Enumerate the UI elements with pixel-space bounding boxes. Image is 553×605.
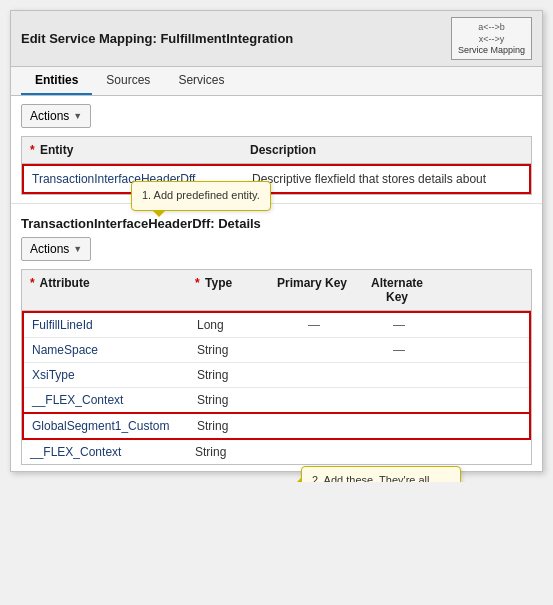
tab-bar: Entities Sources Services [11,67,542,96]
pk-flex-context-2 [267,447,357,457]
details-row-5[interactable]: __FLEX_Context String [22,440,531,464]
attr-flex-context-2: __FLEX_Context [22,440,187,464]
pk-fulfilllineid: — [269,313,359,337]
entity-table-row[interactable]: TransactionInterfaceHeaderDff Descriptiv… [22,164,531,194]
details-row-1[interactable]: NameSpace String — [24,338,529,363]
tab-sources[interactable]: Sources [92,67,164,95]
details-section: TransactionInterfaceHeaderDff: Details A… [11,203,542,471]
callout-1: 1. Add predefined entity. [131,181,271,210]
entities-actions-button[interactable]: Actions ▼ [21,104,91,128]
tab-services[interactable]: Services [164,67,238,95]
type-column-header: * Type [187,270,267,310]
ak-xsitype [359,370,439,380]
entities-section: Actions ▼ * Entity Description Transacti… [11,96,542,203]
window-title: Edit Service Mapping: FulfillmentIntegra… [21,31,293,46]
ak-flex-context-2 [357,447,437,457]
ak-namespace: — [359,338,439,362]
details-actions-button[interactable]: Actions ▼ [21,237,91,261]
type-flex-context-2: String [187,440,267,464]
type-xsitype: String [189,363,269,387]
ak-column-header: Alternate Key [357,270,437,310]
entities-actions-dropdown-icon: ▼ [73,111,82,121]
entity-required-star: * [30,143,35,157]
details-row-3[interactable]: __FLEX_Context String [24,388,529,412]
ak-fulfilllineid: — [359,313,439,337]
description-column-header: Description [242,137,531,163]
icon-label: Service Mapping [458,45,525,55]
attr-flex-context-1: __FLEX_Context [24,388,189,412]
attr-namespace: NameSpace [24,338,189,362]
type-flex-context-1: String [189,388,269,412]
tab-entities[interactable]: Entities [21,67,92,95]
entities-table: * Entity Description TransactionInterfac… [21,136,532,195]
title-bar: Edit Service Mapping: FulfillmentIntegra… [11,11,542,67]
attr-fulfilllineid: FulfillLineId [24,313,189,337]
type-fulfilllineid: Long [189,313,269,337]
details-actions-dropdown-icon: ▼ [73,244,82,254]
details-heading: TransactionInterfaceHeaderDff: Details [21,216,532,231]
pk-column-header: Primary Key [267,270,357,310]
entities-table-header: * Entity Description [22,137,531,164]
main-window: Edit Service Mapping: FulfillmentIntegra… [10,10,543,472]
service-mapping-icon: a<-->b x<-->y Service Mapping [451,17,532,60]
details-row-0[interactable]: FulfillLineId Long — — [24,313,529,338]
icon-arrows-bottom: x<-->y [458,34,525,46]
icon-arrows-top: a<-->b [458,22,525,34]
details-row-custom[interactable]: GlobalSegment1_Custom String [22,414,531,440]
pk-xsitype [269,370,359,380]
details-actions-label: Actions [30,242,69,256]
details-table-header: * Attribute * Type Primary Key Alternate… [22,270,531,311]
entities-actions-bar: Actions ▼ [21,104,532,128]
callout-2: 2. Add these. They're all required. [301,466,461,482]
attr-globalsegment: GlobalSegment1_Custom [24,414,189,438]
type-globalsegment: String [189,414,269,438]
details-row-2[interactable]: XsiType String [24,363,529,388]
entities-actions-label: Actions [30,109,69,123]
pk-flex-context-1 [269,395,359,405]
pk-globalsegment [269,421,359,431]
required-rows-group: FulfillLineId Long — — NameSpace String … [22,311,531,414]
details-table: * Attribute * Type Primary Key Alternate… [21,269,532,465]
ak-flex-context-1 [359,395,439,405]
entity-column-header: * Entity [22,137,242,163]
pk-namespace [269,345,359,355]
attribute-column-header: * Attribute [22,270,187,310]
ak-globalsegment [359,421,439,431]
type-namespace: String [189,338,269,362]
content-area: 1. Add predefined entity. 2. Add these. … [11,96,542,471]
description-value: Descriptive flexfield that stores detail… [244,166,529,192]
details-actions-bar: Actions ▼ [21,237,532,261]
attr-xsitype: XsiType [24,363,189,387]
